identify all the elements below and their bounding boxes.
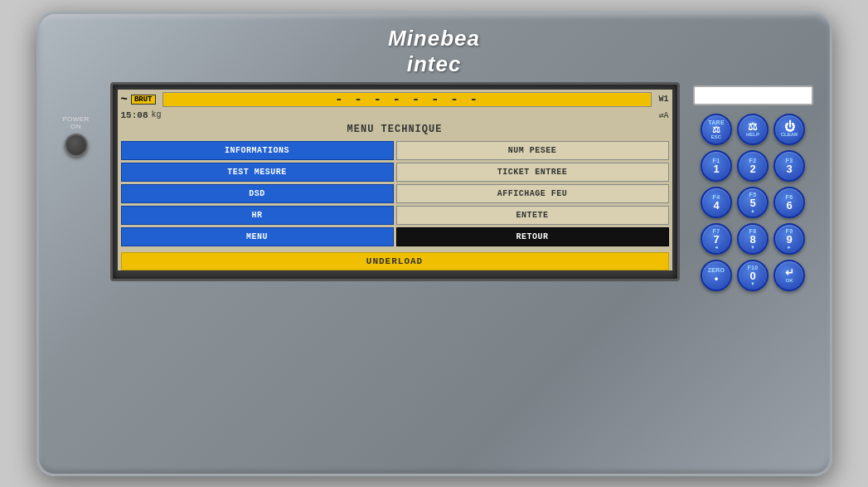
menu-btn-entete[interactable]: ENTETE (396, 206, 669, 225)
brand-logo: Minebea intec (388, 26, 480, 77)
weight-display: - - - - - - - - (162, 92, 652, 107)
key-clear[interactable]: ⏻ CLEAR (773, 114, 805, 145)
menu-btn-menu[interactable]: MENU (121, 227, 394, 246)
menu-title: MENU TECHNIQUE (118, 121, 672, 138)
screen-area: ~ BRUT - - - - - - - - W1 15:08 kg ⇄A ME… (110, 82, 680, 281)
w1-label: W1 (658, 95, 668, 104)
key-row-4: F7 7 ◄ F8 8 ▼ F9 9 ► (693, 223, 813, 255)
key-f10-0[interactable]: F10 0 ▼ (737, 260, 769, 291)
key-help[interactable]: ⚖ HELP (737, 114, 769, 145)
key-ok[interactable]: ↵ OK (773, 260, 805, 291)
menu-btn-test-mesure[interactable]: TEST MESURE (121, 163, 394, 182)
screen-time-row: 15:08 kg ⇄A (118, 110, 672, 121)
key-zero[interactable]: ZERO • (701, 260, 732, 291)
key-f4-4[interactable]: F4 4 (701, 187, 732, 218)
power-button[interactable] (65, 134, 88, 157)
keypad-display-strip (693, 85, 813, 105)
weight-dashes: - - - - - - - - (335, 92, 479, 107)
screen-display: ~ BRUT - - - - - - - - W1 15:08 kg ⇄A ME… (118, 90, 672, 270)
main-content-row: POWER ON ~ BRUT - - - - - - - - W1 (56, 82, 813, 465)
menu-grid: INFORMATIONS NUM PESEE TEST MESURE TICKE… (118, 138, 672, 250)
key-row-5: ZERO • F10 0 ▼ ↵ OK (693, 260, 813, 291)
menu-btn-num-pesee[interactable]: NUM PESEE (396, 141, 669, 160)
scale-mode-icon: ⇄A (658, 110, 668, 120)
key-f8-8[interactable]: F8 8 ▼ (737, 223, 769, 255)
key-f2-2[interactable]: F2 2 (737, 150, 769, 182)
key-f5-5[interactable]: F5 5 ▲ (737, 187, 769, 218)
menu-btn-informations[interactable]: INFORMATIONS (121, 141, 394, 160)
unit-display: kg (152, 110, 162, 119)
key-f1-1[interactable]: F1 1 (701, 150, 732, 182)
underload-bar: UNDERLOAD (121, 252, 669, 270)
key-f7-7[interactable]: F7 7 ◄ (701, 223, 732, 255)
menu-btn-ticket-entree[interactable]: TICKET ENTREE (396, 163, 669, 182)
key-f6-6[interactable]: F6 6 (773, 187, 805, 218)
brut-badge: BRUT (131, 95, 156, 105)
menu-btn-dsd[interactable]: DSD (121, 184, 394, 203)
screen-header: ~ BRUT - - - - - - - - W1 (118, 90, 672, 110)
menu-btn-affichage-feu[interactable]: AFFICHAGE FEU (396, 184, 669, 203)
key-f9-9[interactable]: F9 9 ► (773, 223, 805, 255)
power-label: POWER ON (62, 115, 90, 130)
key-f3-3[interactable]: F3 3 (773, 150, 805, 182)
key-row-3: F4 4 F5 5 ▲ F6 6 (693, 187, 813, 218)
left-panel: POWER ON (56, 82, 97, 157)
device-shell: Minebea intec POWER ON ~ BRUT - - - - - … (36, 12, 832, 476)
menu-btn-hr[interactable]: HR (121, 206, 394, 225)
time-display: 15:08 (121, 110, 148, 120)
key-row-2: F1 1 F2 2 F3 3 (693, 150, 813, 182)
menu-btn-retour[interactable]: RETOUR (396, 227, 669, 246)
keypad-panel: TARE ⚖ ESC ⚖ HELP ⏻ CLEAR F1 (693, 82, 813, 291)
tilde-symbol: ~ (121, 93, 128, 106)
key-tare-esc[interactable]: TARE ⚖ ESC (701, 114, 732, 145)
key-row-1: TARE ⚖ ESC ⚖ HELP ⏻ CLEAR (693, 114, 813, 145)
